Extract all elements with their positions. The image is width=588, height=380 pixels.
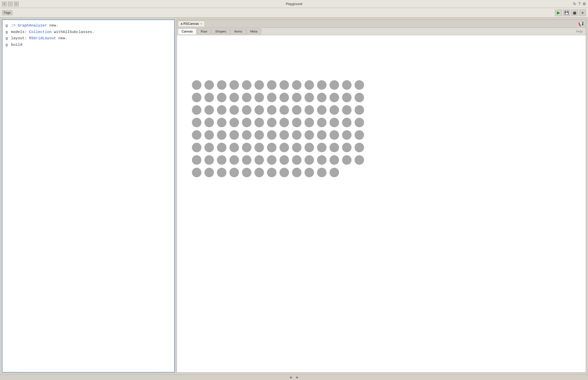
dot [267, 130, 276, 140]
dot [305, 155, 314, 165]
close-button[interactable]: × [2, 2, 7, 6]
dot [342, 130, 352, 140]
dot [254, 80, 264, 90]
dot [217, 118, 226, 127]
dot [292, 168, 302, 177]
dot [192, 80, 201, 90]
dot [292, 130, 302, 140]
dot [355, 80, 364, 90]
save-button[interactable]: 💾 [563, 10, 570, 16]
code-line-2: g models: Collection withAllSubclasses. [6, 29, 171, 36]
code-line-3: g layout: RSGridLayout new. [6, 35, 171, 42]
dot [330, 143, 339, 152]
dot [229, 80, 239, 90]
dot [192, 143, 201, 152]
dot [254, 105, 264, 115]
minimize-button[interactable]: − [8, 2, 13, 6]
dot [229, 93, 239, 102]
dot [342, 155, 352, 165]
dot [229, 118, 239, 127]
canvas-area[interactable] [177, 35, 586, 372]
dot [292, 118, 302, 127]
left-panel: g := GraphAnalyzer new. g models: Collec… [2, 20, 175, 372]
dot [204, 80, 214, 90]
dot [317, 130, 327, 140]
dot [204, 143, 214, 152]
dot [242, 130, 251, 140]
dot [229, 130, 239, 140]
title-bar: × − □ Playground ↻ ? ⚙ [0, 0, 588, 8]
canvas-tab[interactable]: a RSCanvas × [178, 21, 205, 26]
status-indicator-2 [296, 376, 298, 378]
dot [355, 143, 364, 152]
refresh-icon[interactable]: ↻ [573, 2, 576, 6]
maximize-button[interactable]: □ [14, 2, 19, 6]
dot [204, 118, 214, 127]
toolbar: Page ▶ 💾 ▦ ≡ [0, 8, 588, 18]
dot [305, 105, 314, 115]
dot [330, 80, 339, 90]
dot [355, 105, 364, 115]
dot [305, 143, 314, 152]
dot [279, 143, 289, 152]
dot [267, 80, 276, 90]
dot [267, 118, 276, 127]
dot [242, 93, 251, 102]
title-bar-controls: × − □ [2, 2, 19, 6]
dot [254, 130, 264, 140]
dot [242, 80, 251, 90]
dot [292, 155, 302, 165]
announce-icon: 📢 [578, 21, 584, 26]
dot [192, 168, 201, 177]
dot [217, 143, 226, 152]
help-link[interactable]: Help [576, 30, 585, 33]
dot [279, 155, 289, 165]
dot [279, 80, 289, 90]
play-button[interactable]: ▶ [555, 10, 562, 16]
status-indicator-1 [290, 376, 292, 378]
code-editor[interactable]: g := GraphAnalyzer new. g models: Collec… [3, 20, 174, 372]
dot [330, 130, 339, 140]
tab-canvas[interactable]: Canvas [178, 28, 196, 34]
status-bar [0, 374, 588, 380]
dot [342, 118, 352, 127]
dot [242, 155, 251, 165]
tab-items[interactable]: Items [230, 28, 246, 34]
dot [355, 118, 364, 127]
dot [330, 118, 339, 127]
dot [330, 168, 339, 177]
dot [279, 130, 289, 140]
dot [267, 155, 276, 165]
grid-button[interactable]: ▦ [571, 10, 578, 16]
main-area: g := GraphAnalyzer new. g models: Collec… [0, 18, 588, 374]
dot [229, 143, 239, 152]
dot [342, 105, 352, 115]
dot [305, 168, 314, 177]
help-icon[interactable]: ? [578, 2, 580, 6]
settings-icon[interactable]: ⚙ [582, 2, 586, 6]
dot [192, 155, 201, 165]
dot [192, 118, 201, 127]
dot [229, 168, 239, 177]
dot [254, 143, 264, 152]
canvas-tab-close[interactable]: × [200, 22, 202, 25]
dot [254, 155, 264, 165]
dot [204, 168, 214, 177]
inner-tabs: Canvas Raw Shapes Items Meta Help [177, 28, 586, 35]
dot [317, 105, 327, 115]
tab-shapes[interactable]: Shapes [211, 28, 230, 34]
dot [279, 118, 289, 127]
dot [330, 105, 339, 115]
dot [204, 105, 214, 115]
dot [254, 168, 264, 177]
dot [267, 168, 276, 177]
tab-raw[interactable]: Raw [197, 28, 211, 34]
tab-meta[interactable]: Meta [246, 28, 261, 34]
dot [204, 155, 214, 165]
menu-button[interactable]: ≡ [579, 10, 586, 16]
code-line-1: g := GraphAnalyzer new. [6, 22, 171, 29]
dot [242, 168, 251, 177]
title-bar-actions: ↻ ? ⚙ [573, 2, 586, 6]
dot [317, 155, 327, 165]
dot [217, 105, 226, 115]
